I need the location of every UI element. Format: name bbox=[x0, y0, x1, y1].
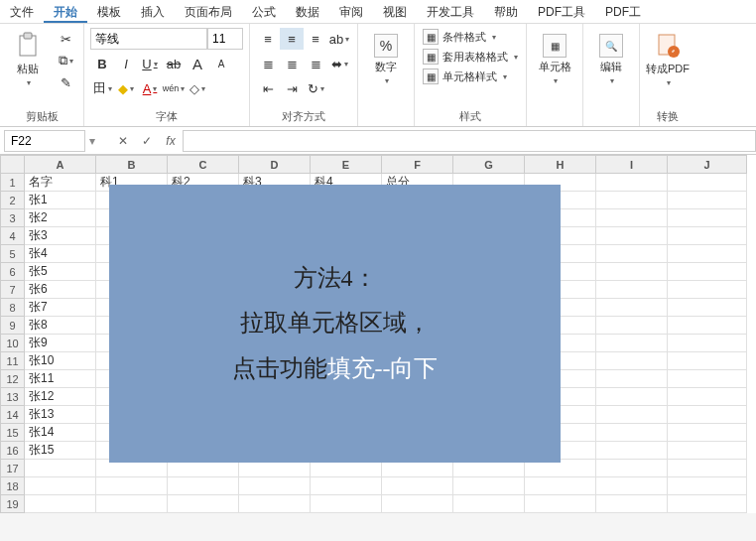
col-header-F[interactable]: F bbox=[382, 156, 453, 174]
number-format-button[interactable]: % 数字 bbox=[364, 28, 408, 91]
align-middle-button[interactable]: ≡ bbox=[280, 28, 304, 50]
fill-color-button[interactable]: ◆ bbox=[114, 77, 138, 99]
cell[interactable] bbox=[525, 477, 596, 495]
fx-confirm-button[interactable]: ✓ bbox=[135, 134, 159, 148]
col-header-J[interactable]: J bbox=[668, 156, 747, 174]
cell[interactable] bbox=[596, 388, 668, 406]
cell[interactable] bbox=[668, 424, 747, 442]
menu-item-6[interactable]: 数据 bbox=[286, 0, 329, 23]
col-header-B[interactable]: B bbox=[96, 156, 168, 174]
row-header[interactable]: 7 bbox=[1, 281, 25, 299]
cell[interactable]: 张4 bbox=[25, 245, 96, 263]
cell[interactable] bbox=[668, 192, 747, 209]
align-center-button[interactable]: ≣ bbox=[280, 53, 304, 74]
col-header-H[interactable]: H bbox=[525, 156, 596, 174]
cell[interactable] bbox=[668, 335, 747, 352]
cell[interactable] bbox=[668, 370, 747, 388]
cell[interactable] bbox=[168, 477, 239, 495]
cell[interactable]: 张1 bbox=[25, 192, 96, 209]
cell[interactable]: 张11 bbox=[25, 370, 96, 388]
cell[interactable] bbox=[668, 352, 747, 370]
cell[interactable]: 张8 bbox=[25, 317, 96, 335]
menu-item-2[interactable]: 模板 bbox=[87, 0, 131, 23]
grow-font-button[interactable]: A bbox=[186, 53, 209, 74]
menu-item-9[interactable]: 开发工具 bbox=[417, 0, 484, 23]
name-box[interactable] bbox=[4, 130, 85, 152]
cell[interactable] bbox=[596, 477, 668, 495]
cell[interactable] bbox=[668, 406, 747, 424]
row-header[interactable]: 17 bbox=[1, 460, 25, 477]
cell[interactable] bbox=[668, 388, 747, 406]
cell[interactable] bbox=[168, 495, 239, 513]
cell[interactable] bbox=[25, 460, 96, 477]
row-header[interactable]: 5 bbox=[1, 245, 25, 263]
col-header-A[interactable]: A bbox=[25, 156, 96, 174]
cell[interactable]: 张10 bbox=[25, 352, 96, 370]
menu-item-3[interactable]: 插入 bbox=[131, 0, 175, 23]
fx-cancel-button[interactable]: ✕ bbox=[111, 134, 135, 148]
cell[interactable] bbox=[668, 263, 747, 281]
cell[interactable] bbox=[382, 477, 453, 495]
cell[interactable] bbox=[668, 227, 747, 245]
col-header-G[interactable]: G bbox=[453, 156, 525, 174]
row-header[interactable]: 1 bbox=[1, 174, 25, 192]
phonetic-button[interactable]: wén bbox=[162, 77, 186, 99]
row-header[interactable]: 16 bbox=[1, 442, 25, 460]
row-header[interactable]: 12 bbox=[1, 370, 25, 388]
cell[interactable] bbox=[25, 477, 96, 495]
cell[interactable] bbox=[596, 370, 668, 388]
menu-item-7[interactable]: 审阅 bbox=[329, 0, 373, 23]
row-header[interactable]: 18 bbox=[1, 477, 25, 495]
align-bottom-button[interactable]: ≡ bbox=[304, 28, 327, 50]
cell[interactable] bbox=[668, 281, 747, 299]
cell[interactable] bbox=[668, 317, 747, 335]
border-button[interactable]: 田 bbox=[90, 77, 114, 99]
row-header[interactable]: 4 bbox=[1, 227, 25, 245]
cell[interactable] bbox=[596, 209, 668, 227]
cell[interactable] bbox=[668, 299, 747, 317]
row-header[interactable]: 11 bbox=[1, 352, 25, 370]
align-top-button[interactable]: ≡ bbox=[256, 28, 280, 50]
menu-item-10[interactable]: 帮助 bbox=[484, 0, 528, 23]
cell[interactable] bbox=[596, 424, 668, 442]
align-right-button[interactable]: ≣ bbox=[304, 53, 327, 74]
strikethrough-button[interactable]: ab bbox=[162, 53, 186, 74]
cell[interactable] bbox=[311, 477, 382, 495]
cell[interactable] bbox=[596, 335, 668, 352]
cell[interactable]: 张7 bbox=[25, 299, 96, 317]
italic-button[interactable]: I bbox=[114, 53, 138, 74]
cell[interactable]: 张14 bbox=[25, 424, 96, 442]
font-family-select[interactable] bbox=[90, 28, 207, 50]
cell[interactable] bbox=[96, 495, 168, 513]
cell-style-button[interactable]: ▦单元格样式 bbox=[421, 68, 520, 85]
table-format-button[interactable]: ▦套用表格格式 bbox=[421, 48, 520, 66]
paste-button[interactable]: 粘贴 bbox=[6, 28, 50, 91]
convert-pdf-button[interactable]: 转成PDF bbox=[646, 28, 690, 91]
cell[interactable] bbox=[668, 460, 747, 477]
menu-item-1[interactable]: 开始 bbox=[44, 0, 87, 23]
row-header[interactable]: 9 bbox=[1, 317, 25, 335]
cell[interactable] bbox=[668, 477, 747, 495]
cell[interactable]: 张5 bbox=[25, 263, 96, 281]
fx-button[interactable]: fx bbox=[159, 134, 183, 148]
underline-button[interactable]: U bbox=[138, 53, 162, 74]
editing-button[interactable]: 🔍 编辑 bbox=[589, 28, 633, 91]
cell[interactable] bbox=[453, 477, 525, 495]
cell[interactable]: 张2 bbox=[25, 209, 96, 227]
format-painter-button[interactable]: ✎ bbox=[54, 71, 77, 93]
cell[interactable] bbox=[596, 174, 668, 192]
cell[interactable] bbox=[525, 495, 596, 513]
cell[interactable]: 张12 bbox=[25, 388, 96, 406]
formula-input[interactable] bbox=[183, 130, 756, 152]
cut-button[interactable]: ✂ bbox=[54, 28, 77, 50]
menu-item-11[interactable]: PDF工具 bbox=[528, 0, 595, 23]
row-header[interactable]: 10 bbox=[1, 335, 25, 352]
orientation-button[interactable]: ↻ bbox=[304, 77, 327, 99]
outdent-button[interactable]: ⇤ bbox=[256, 77, 280, 99]
cell[interactable] bbox=[596, 352, 668, 370]
cell[interactable] bbox=[311, 495, 382, 513]
col-header-I[interactable]: I bbox=[596, 156, 668, 174]
row-header[interactable]: 8 bbox=[1, 299, 25, 317]
row-header[interactable]: 13 bbox=[1, 388, 25, 406]
clear-format-button[interactable]: ◇ bbox=[186, 77, 209, 99]
